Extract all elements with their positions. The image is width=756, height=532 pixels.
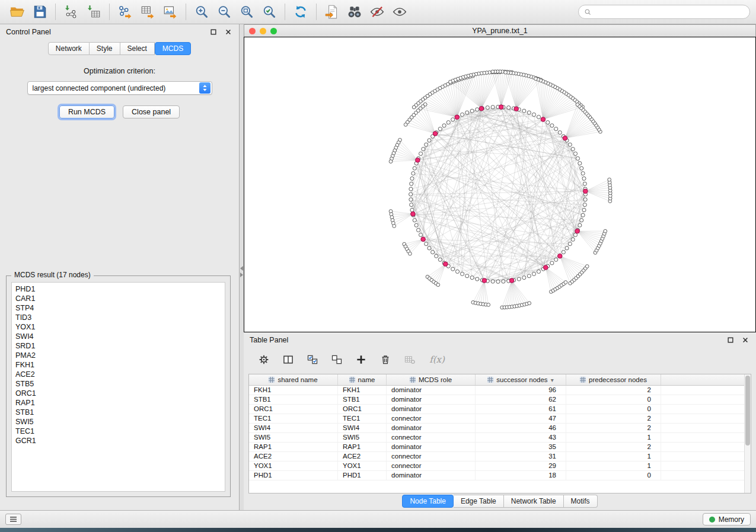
table-cell[interactable]: TEC1 bbox=[338, 414, 387, 423]
table-cell[interactable]: dominator bbox=[387, 395, 476, 404]
delete-column-button[interactable] bbox=[378, 352, 393, 367]
mcds-result-item[interactable]: GCR1 bbox=[12, 436, 225, 446]
table-cell[interactable]: 35 bbox=[476, 443, 566, 451]
run-mcds-button[interactable]: Run MCDS bbox=[59, 105, 114, 118]
table-cell[interactable]: SWI4 bbox=[249, 424, 338, 432]
select-all-button[interactable] bbox=[305, 352, 320, 367]
table-settings-button[interactable] bbox=[257, 352, 271, 367]
zoom-selected-button[interactable] bbox=[258, 2, 280, 22]
close-panel-action-button[interactable]: Close panel bbox=[123, 105, 180, 118]
table-cell[interactable]: PHD1 bbox=[249, 471, 338, 480]
table-cell[interactable]: 0 bbox=[566, 395, 661, 404]
network-graph[interactable] bbox=[244, 37, 755, 332]
table-cell[interactable]: connector bbox=[387, 452, 476, 461]
network-titlebar[interactable]: YPA_prune.txt_1 bbox=[244, 24, 756, 37]
table-row[interactable]: RAP1RAP1dominator352 bbox=[249, 443, 751, 452]
column-header-predecessor-nodes[interactable]: predecessor nodes bbox=[566, 374, 661, 385]
table-cell[interactable]: YOX1 bbox=[249, 462, 338, 470]
tab-network-table[interactable]: Network Table bbox=[504, 495, 564, 508]
close-table-panel-button[interactable] bbox=[741, 335, 750, 345]
task-history-button[interactable] bbox=[5, 514, 21, 525]
float-panel-button[interactable] bbox=[209, 27, 218, 37]
table-cell[interactable]: FKH1 bbox=[249, 386, 338, 395]
mcds-result-item[interactable]: TEC1 bbox=[12, 427, 225, 436]
table-row[interactable]: ORC1ORC1dominator610 bbox=[249, 405, 751, 414]
table-cell[interactable]: PHD1 bbox=[338, 471, 387, 480]
mcds-result-list[interactable]: PHD1CAR1STP4TID3YOX1SWI4SRD1PMA2FKH1ACE2… bbox=[11, 282, 225, 492]
tab-select[interactable]: Select bbox=[120, 42, 155, 55]
network-canvas[interactable] bbox=[244, 37, 756, 332]
table-cell[interactable]: 1 bbox=[566, 462, 661, 470]
add-column-button[interactable] bbox=[354, 352, 368, 367]
mcds-result-item[interactable]: PMA2 bbox=[12, 351, 225, 360]
close-panel-button[interactable] bbox=[224, 27, 233, 37]
close-window-button[interactable] bbox=[249, 28, 256, 34]
table-cell[interactable]: FKH1 bbox=[338, 386, 387, 395]
table-cell[interactable]: SWI5 bbox=[338, 433, 387, 442]
mcds-result-item[interactable]: STP4 bbox=[12, 303, 225, 313]
deselect-all-button[interactable] bbox=[330, 352, 344, 367]
tab-mcds[interactable]: MCDS bbox=[155, 42, 191, 55]
mcds-result-item[interactable]: ORC1 bbox=[12, 389, 225, 398]
table-row[interactable]: ACE2ACE2connector311 bbox=[249, 452, 751, 462]
table-row[interactable]: YOX1YOX1connector291 bbox=[249, 462, 751, 471]
tab-edge-table[interactable]: Edge Table bbox=[454, 495, 504, 508]
criterion-select[interactable]: largest connected component (undirected) bbox=[27, 81, 212, 95]
table-cell[interactable]: SWI4 bbox=[338, 424, 387, 432]
table-cell[interactable]: connector bbox=[387, 433, 476, 442]
table-cell[interactable]: RAP1 bbox=[338, 443, 387, 451]
show-graphics-details-button[interactable] bbox=[388, 2, 411, 22]
function-builder-button[interactable]: f(x) bbox=[427, 352, 447, 367]
mcds-result-item[interactable]: YOX1 bbox=[12, 322, 225, 332]
search-input[interactable] bbox=[595, 7, 744, 17]
table-cell[interactable]: 18 bbox=[476, 471, 566, 480]
table-cell[interactable]: 0 bbox=[566, 405, 661, 414]
mcds-result-item[interactable]: SWI5 bbox=[12, 417, 225, 427]
table-cell[interactable]: 31 bbox=[476, 452, 566, 461]
table-cell[interactable]: dominator bbox=[387, 471, 476, 480]
maximize-window-button[interactable] bbox=[270, 28, 277, 34]
column-header-name[interactable]: name bbox=[338, 374, 387, 385]
table-scrollbar-thumb[interactable] bbox=[745, 376, 750, 446]
export-table-button[interactable] bbox=[136, 2, 159, 22]
table-cell[interactable]: ACE2 bbox=[338, 452, 387, 461]
show-columns-button[interactable] bbox=[281, 352, 295, 367]
mcds-result-item[interactable]: TID3 bbox=[12, 313, 225, 322]
table-row[interactable]: FKH1FKH1dominator962 bbox=[249, 386, 751, 395]
mcds-result-item[interactable]: RAP1 bbox=[12, 398, 225, 408]
table-cell[interactable]: SWI5 bbox=[249, 433, 338, 442]
import-table-button[interactable] bbox=[82, 2, 105, 22]
clear-table-button[interactable] bbox=[403, 352, 417, 367]
mcds-result-item[interactable]: ACE2 bbox=[12, 370, 225, 379]
table-cell[interactable]: 2 bbox=[566, 424, 661, 432]
table-cell[interactable]: ORC1 bbox=[338, 405, 387, 414]
tab-node-table[interactable]: Node Table bbox=[402, 495, 454, 508]
table-cell[interactable]: 61 bbox=[476, 405, 566, 414]
column-header-shared-name[interactable]: shared name bbox=[249, 374, 338, 385]
table-row[interactable]: PHD1PHD1dominator180 bbox=[249, 471, 751, 480]
sort-desc-icon[interactable]: ▾ bbox=[551, 377, 554, 383]
table-cell[interactable]: dominator bbox=[387, 443, 476, 451]
table-cell[interactable]: dominator bbox=[387, 386, 476, 395]
mcds-result-item[interactable]: STB1 bbox=[12, 408, 225, 417]
table-cell[interactable]: 29 bbox=[476, 462, 566, 470]
export-network-button[interactable] bbox=[114, 2, 136, 22]
zoom-in-button[interactable] bbox=[190, 2, 213, 22]
export-document-button[interactable] bbox=[321, 2, 343, 22]
splitter-handle[interactable] bbox=[240, 264, 244, 279]
open-session-button[interactable] bbox=[6, 2, 28, 22]
table-cell[interactable]: STB1 bbox=[338, 395, 387, 404]
table-cell[interactable]: TEC1 bbox=[249, 414, 338, 423]
mcds-result-item[interactable]: STB5 bbox=[12, 379, 225, 389]
table-cell[interactable]: ORC1 bbox=[249, 405, 338, 414]
table-cell[interactable]: 1 bbox=[566, 433, 661, 442]
table-cell[interactable]: YOX1 bbox=[338, 462, 387, 470]
float-table-panel-button[interactable] bbox=[726, 335, 735, 345]
table-cell[interactable]: 43 bbox=[476, 433, 566, 442]
tab-style[interactable]: Style bbox=[90, 42, 120, 55]
table-cell[interactable]: 62 bbox=[476, 395, 566, 404]
table-cell[interactable]: 47 bbox=[476, 414, 566, 423]
zoom-fit-button[interactable] bbox=[235, 2, 258, 22]
table-row[interactable]: SWI4SWI4dominator462 bbox=[249, 424, 751, 433]
mcds-result-item[interactable]: FKH1 bbox=[12, 360, 225, 370]
